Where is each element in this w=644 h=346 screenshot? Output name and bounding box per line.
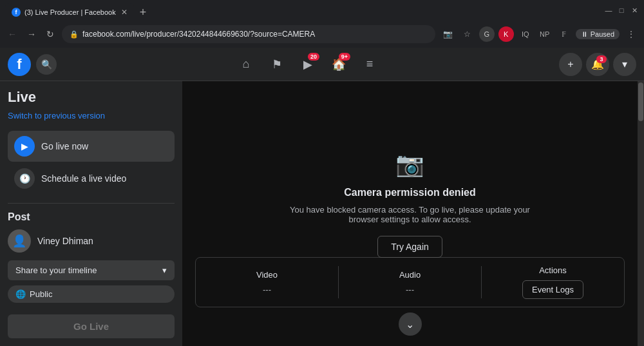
camera-browser-icon[interactable]: 📷 — [440, 26, 456, 42]
facebook-logo: f — [8, 53, 31, 76]
lock-icon: 🔒 — [70, 30, 79, 39]
extension-icon-3[interactable]: IQ — [518, 26, 533, 42]
nav-menu[interactable]: ≡ — [355, 50, 384, 79]
post-section-title: Post — [8, 211, 175, 223]
paused-label: Paused — [591, 30, 614, 38]
nav-home[interactable]: ⌂ — [232, 50, 260, 79]
add-button[interactable]: + — [559, 53, 582, 76]
audio-header: Audio — [399, 270, 421, 280]
video-header: Video — [256, 270, 278, 280]
content-area: Live Switch to previous version ▶ Go liv… — [0, 81, 644, 346]
main-video-area: 📷 Camera permission denied You have bloc… — [182, 81, 638, 346]
active-tab[interactable]: f (3) Live Producer | Facebook ✕ — [5, 3, 134, 21]
sidebar-item-go-live[interactable]: ▶ Go live now — [8, 131, 175, 162]
video-value: --- — [263, 285, 271, 294]
audio-value: --- — [406, 285, 414, 294]
nav-watch[interactable]: ▶ 20 — [294, 50, 322, 79]
close-button[interactable]: ✕ — [630, 6, 639, 15]
home-icon: ⌂ — [243, 57, 250, 71]
extension-icon-4[interactable]: NP — [537, 26, 553, 42]
more-button[interactable]: ⋮ — [623, 26, 639, 42]
notifications-button[interactable]: 🔔 3 — [586, 53, 609, 76]
user-name: Viney Dhiman — [37, 236, 93, 246]
extension-icon-1[interactable]: G — [479, 26, 495, 42]
notifications-badge: 3 — [596, 55, 607, 63]
browser-toolbar: 📷 ☆ G K IQ NP 𝔽 ⏸ Paused ⋮ — [440, 26, 639, 42]
account-button[interactable]: ▾ — [613, 53, 636, 76]
menu-icon: ≡ — [366, 57, 374, 71]
extension-icon-5[interactable]: 𝔽 — [556, 26, 572, 42]
tab-title: (3) Live Producer | Facebook — [24, 8, 117, 16]
media-controls-bar: Video --- Audio --- Actions Event Logs — [195, 257, 625, 307]
camera-denied-icon: 📷 — [395, 151, 424, 178]
extension-icon-2[interactable]: K — [498, 26, 514, 42]
video-col: Video --- — [196, 262, 338, 302]
sidebar-title: Live — [8, 89, 175, 106]
schedule-label: Schedule a live video — [41, 173, 126, 184]
sidebar-item-schedule[interactable]: 🕐 Schedule a live video — [8, 163, 175, 194]
paused-icon: ⏸ — [581, 30, 588, 38]
nav-marketplace[interactable]: 🏠 9+ — [325, 50, 353, 79]
audience-button[interactable]: 🌐 Public — [8, 285, 175, 303]
nav-right: + 🔔 3 ▾ — [559, 53, 636, 76]
nav-flag[interactable]: ⚑ — [263, 50, 291, 79]
url-bar[interactable]: 🔒 facebook.com/live/producer/34202448446… — [62, 25, 435, 43]
nav-center: ⌂ ⚑ ▶ 20 🏠 9+ ≡ — [57, 50, 559, 79]
try-again-button[interactable]: Try Again — [377, 236, 442, 258]
event-logs-button[interactable]: Event Logs — [522, 280, 583, 299]
post-user: 👤 Viney Dhiman — [8, 229, 175, 253]
new-tab-button[interactable]: + — [134, 3, 152, 21]
share-dropdown[interactable]: Share to your timeline ▾ — [8, 260, 175, 280]
dropdown-arrow-icon: ▾ — [162, 265, 167, 275]
watch-badge: 20 — [308, 53, 319, 61]
globe-icon: 🌐 — [15, 289, 26, 299]
marketplace-badge: 9+ — [339, 53, 350, 61]
tab-favicon: f — [12, 8, 21, 17]
flag-icon: ⚑ — [272, 57, 282, 72]
sidebar: Live Switch to previous version ▶ Go liv… — [0, 81, 182, 346]
search-button[interactable]: 🔍 — [36, 54, 57, 75]
chevron-down-icon: ▾ — [622, 58, 627, 70]
share-label: Share to your timeline — [15, 265, 97, 275]
go-live-button[interactable]: Go Live — [8, 314, 175, 338]
tab-close-button[interactable]: ✕ — [121, 8, 128, 17]
minimize-button[interactable]: — — [604, 6, 613, 15]
switch-version-link[interactable]: Switch to previous version — [8, 111, 175, 120]
window-controls: — □ ✕ — [604, 6, 639, 15]
forward-button[interactable]: → — [24, 26, 39, 42]
reload-button[interactable]: ↻ — [44, 26, 57, 42]
denied-description: You have blocked camera access. To go li… — [288, 205, 533, 224]
go-live-icon: ▶ — [14, 136, 35, 157]
facebook-navbar: f 🔍 ⌂ ⚑ ▶ 20 🏠 9+ ≡ — [0, 48, 644, 81]
scrollbar[interactable] — [638, 81, 644, 346]
go-live-label: Go live now — [41, 141, 88, 151]
back-button[interactable]: ← — [5, 26, 19, 42]
bookmark-icon[interactable]: ☆ — [460, 26, 475, 42]
actions-header: Actions — [539, 265, 567, 275]
title-bar: f (3) Live Producer | Facebook ✕ + — □ ✕ — [0, 0, 644, 21]
url-text: facebook.com/live/producer/3420244844669… — [82, 30, 428, 39]
scroll-down-button[interactable]: ⌄ — [399, 312, 422, 336]
scrollbar-thumb[interactable] — [638, 82, 643, 121]
actions-col: Actions Event Logs — [482, 258, 624, 307]
chevron-down-icon: ⌄ — [406, 318, 414, 331]
divider-1 — [8, 203, 175, 204]
paused-button[interactable]: ⏸ Paused — [576, 29, 620, 39]
audience-label: Public — [30, 289, 52, 299]
camera-denied-area: 📷 Camera permission denied You have bloc… — [288, 151, 533, 258]
schedule-icon: 🕐 — [14, 168, 35, 189]
app-container: f 🔍 ⌂ ⚑ ▶ 20 🏠 9+ ≡ — [0, 48, 644, 346]
user-avatar: 👤 — [8, 229, 31, 253]
denied-title: Camera permission denied — [344, 187, 476, 198]
maximize-button[interactable]: □ — [617, 6, 626, 15]
address-bar: ← → ↻ 🔒 facebook.com/live/producer/34202… — [0, 21, 644, 48]
audio-col: Audio --- — [339, 262, 481, 302]
